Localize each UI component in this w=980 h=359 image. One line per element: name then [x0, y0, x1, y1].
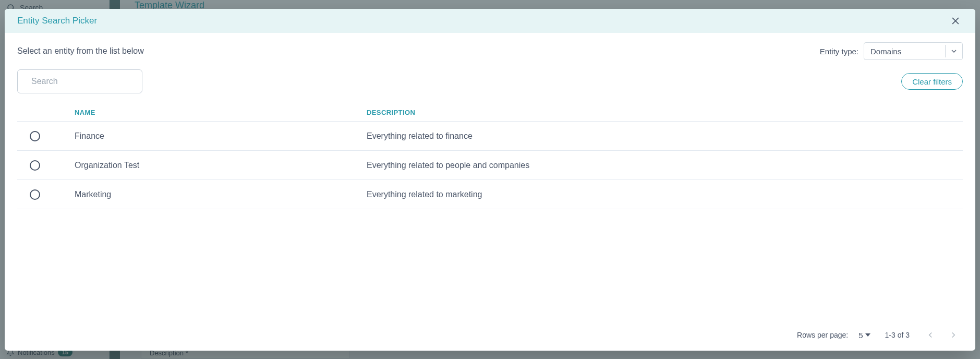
search-input[interactable] [30, 76, 137, 87]
chevron-right-icon [949, 330, 958, 340]
rows-per-page-select[interactable]: 5 [858, 331, 870, 340]
close-icon [950, 16, 961, 26]
rows-per-page-value: 5 [858, 331, 863, 340]
prev-page-button[interactable] [924, 329, 937, 341]
table-header: NAME DESCRIPTION [17, 104, 963, 122]
search-box[interactable] [17, 69, 142, 93]
row-description: Everything related to finance [367, 131, 963, 141]
second-row: Clear filters [17, 69, 963, 93]
rows-per-page-label: Rows per page: [797, 331, 848, 339]
modal-body: Select an entity from the list below Ent… [5, 33, 975, 319]
pagination-footer: Rows per page: 5 1-3 of 3 [5, 319, 975, 351]
col-description: DESCRIPTION [367, 109, 963, 116]
entity-table: NAME DESCRIPTION Finance Everything rela… [17, 104, 963, 319]
rows-per-page: Rows per page: 5 [797, 331, 870, 340]
entity-type-label: Entity type: [820, 47, 858, 56]
table-row[interactable]: Finance Everything related to finance [17, 122, 963, 151]
row-name: Organization Test [75, 161, 367, 170]
pagination-nav [924, 329, 960, 341]
radio-button[interactable] [30, 131, 40, 141]
select-separator [945, 45, 946, 57]
row-name: Marketing [75, 190, 367, 199]
row-description: Everything related to marketing [367, 190, 963, 199]
modal-title: Entity Search Picker [17, 16, 97, 26]
top-row: Select an entity from the list below Ent… [17, 42, 963, 60]
col-name: NAME [75, 109, 367, 116]
svg-marker-6 [865, 333, 870, 337]
table-row[interactable]: Marketing Everything related to marketin… [17, 180, 963, 209]
row-description: Everything related to people and compani… [367, 161, 963, 170]
close-button[interactable] [948, 14, 963, 28]
modal-header: Entity Search Picker [5, 9, 975, 33]
radio-button[interactable] [30, 160, 40, 171]
chevron-down-icon [950, 47, 958, 55]
table-row[interactable]: Organization Test Everything related to … [17, 151, 963, 180]
chevron-left-icon [926, 330, 935, 340]
caret-down-icon [865, 332, 870, 338]
entity-type-value: Domains [870, 47, 901, 56]
radio-button[interactable] [30, 189, 40, 200]
clear-filters-button[interactable]: Clear filters [901, 73, 963, 90]
entity-type-select[interactable]: Domains [864, 42, 963, 60]
instruction-text: Select an entity from the list below [17, 46, 144, 56]
range-text: 1-3 of 3 [885, 331, 910, 339]
row-name: Finance [75, 131, 367, 141]
entity-type-group: Entity type: Domains [820, 42, 963, 60]
entity-search-picker-modal: Entity Search Picker Select an entity fr… [5, 9, 975, 351]
next-page-button[interactable] [947, 329, 960, 341]
